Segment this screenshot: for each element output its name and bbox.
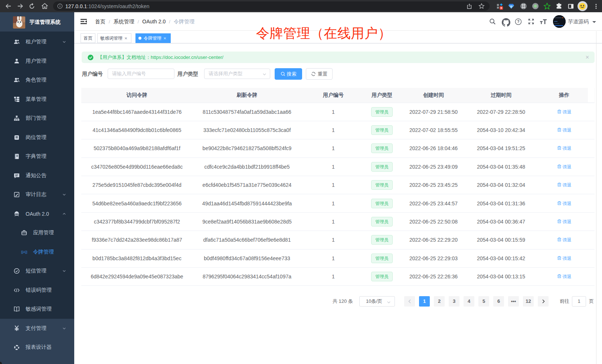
svg-text:9: 9 [501,6,502,10]
svg-text:?: ? [517,20,519,24]
svg-text:((A)): ((A)) [21,250,27,254]
